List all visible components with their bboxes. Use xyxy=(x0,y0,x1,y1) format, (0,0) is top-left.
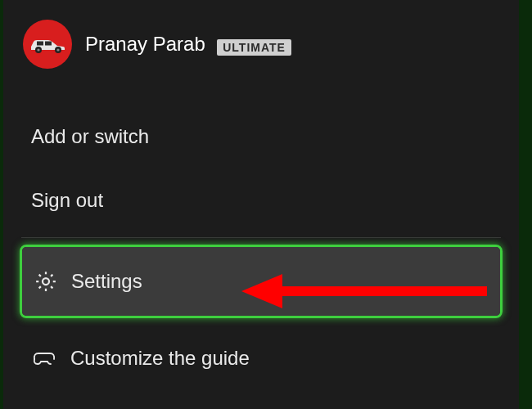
gear-icon xyxy=(34,269,58,294)
divider xyxy=(21,237,501,238)
svg-point-5 xyxy=(56,48,59,51)
avatar xyxy=(23,20,72,69)
menu-settings[interactable]: Settings xyxy=(22,247,500,316)
controller-outline-icon xyxy=(31,348,57,369)
menu-customize-guide[interactable]: Customize the guide xyxy=(20,326,503,390)
focused-item: Settings xyxy=(20,245,503,318)
menu-label: Settings xyxy=(71,270,142,293)
profile-header[interactable]: Pranay Parab ULTIMATE xyxy=(20,20,503,69)
svg-point-3 xyxy=(37,48,39,51)
svg-rect-0 xyxy=(37,42,43,46)
menu-label: Sign out xyxy=(31,189,103,212)
profile-guide-panel: Pranay Parab ULTIMATE Add or switch Sign… xyxy=(3,0,519,409)
subscription-badge: ULTIMATE xyxy=(217,39,291,56)
menu-add-or-switch[interactable]: Add or switch xyxy=(20,105,503,169)
svg-rect-1 xyxy=(45,42,52,46)
menu-label: Add or switch xyxy=(31,125,149,148)
menu-label: Customize the guide xyxy=(70,347,250,370)
menu-sign-out[interactable]: Sign out xyxy=(20,169,503,232)
car-icon xyxy=(29,34,66,54)
username: Pranay Parab xyxy=(85,33,205,55)
profile-name-row: Pranay Parab ULTIMATE xyxy=(85,33,291,56)
svg-point-6 xyxy=(43,278,49,285)
